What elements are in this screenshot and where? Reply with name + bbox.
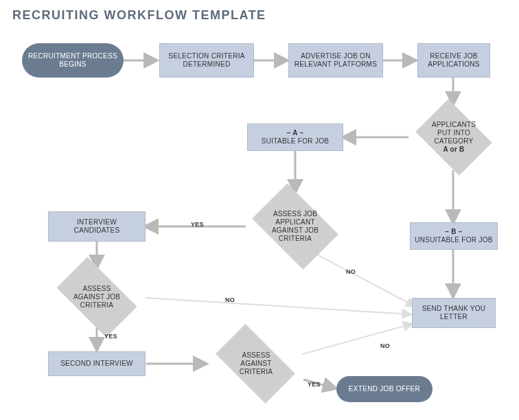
node-assess-against-job-criteria: ASSESS AGAINST JOB CRITERIA [47, 266, 147, 328]
label-assess2-yes: YES [104, 333, 117, 340]
label-assessA-no: NO [346, 268, 356, 275]
node-second-interview: SECOND INTERVIEW [48, 351, 146, 376]
svg-line-15 [302, 324, 412, 354]
node-receive-applications: RECEIVE JOB APPLICATIONS [417, 43, 490, 78]
node-interview-candidates: INTERVIEW CANDIDATES [48, 211, 146, 242]
label-assessA-yes: YES [191, 221, 204, 228]
node-assess-applicant-against-criteria: ASSESS JOB APPLICANT AGAINST JOB CRITERI… [244, 191, 347, 262]
node-selection-criteria-determined: SELECTION CRITERIA DETERMINED [159, 43, 254, 78]
svg-line-11 [146, 298, 411, 314]
label-assess3-no: NO [380, 342, 390, 349]
node-recruitment-process-begins: RECRUITMENT PROCESS BEGINS [22, 43, 124, 78]
canvas: RECRUITING WORKFLOW TEMPLATE [0, 0, 519, 420]
node-category-a-suitable: – A – SUITABLE FOR JOB [247, 124, 343, 151]
label-assess2-no: NO [225, 296, 235, 303]
node-categorize-applicants: APPLICANTS PUT INTO CATEGORY A or B [410, 104, 498, 170]
page-title: RECRUITING WORKFLOW TEMPLATE [12, 8, 266, 23]
label-assess3-yes: YES [308, 381, 321, 388]
node-assess-against-criteria-final: ASSESS AGAINST CRITERIA [206, 334, 306, 394]
node-send-thank-you-letter: SEND THANK YOU LETTER [412, 298, 496, 328]
node-advertise-job: ADVERTISE JOB ON RELEVANT PLATFORMS [288, 43, 383, 78]
node-category-b-unsuitable: – B – UNSUITABLE FOR JOB [410, 222, 498, 250]
node-extend-job-offer: EXTEND JOB OFFER [336, 376, 432, 402]
